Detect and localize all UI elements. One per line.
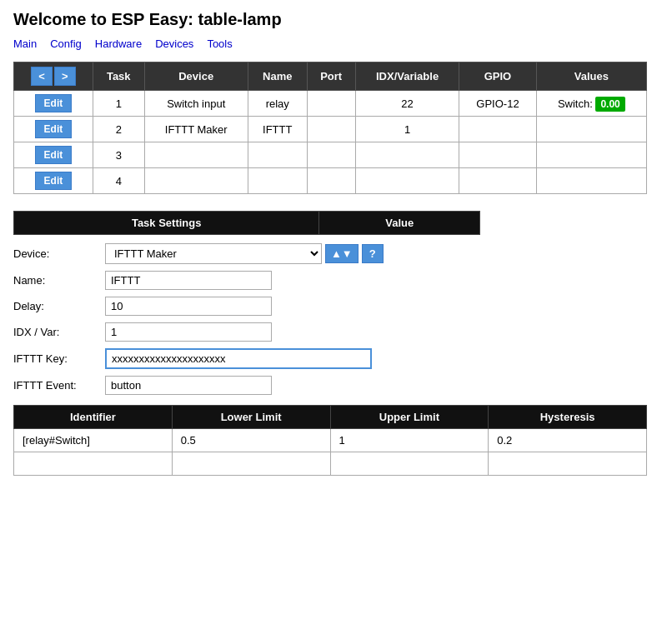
- values-1: Switch: 0.00: [536, 91, 646, 117]
- table-row: Edit 4: [14, 168, 647, 194]
- task-num-3: 3: [93, 142, 144, 168]
- idx-row: IDX / Var:: [13, 322, 480, 342]
- edit-button-2[interactable]: Edit: [35, 120, 73, 138]
- nav-config[interactable]: Config: [50, 37, 82, 50]
- name-row: Name:: [13, 271, 480, 290]
- hysteresis-input-1[interactable]: [494, 432, 641, 448]
- upper-input-1[interactable]: [336, 432, 484, 448]
- device-row: Device: IFTTT Maker Switch input DHT11 D…: [13, 243, 480, 264]
- threshold-row-1: [14, 429, 647, 452]
- prev-page-button[interactable]: <: [31, 67, 53, 86]
- hysteresis-input-2[interactable]: [494, 456, 641, 472]
- gpio-2: [459, 117, 536, 142]
- delay-label: Delay:: [13, 300, 97, 312]
- ifttt-event-label: IFTTT Event:: [13, 379, 97, 392]
- task-nav-header: < >: [14, 62, 93, 91]
- device-select-group: IFTTT Maker Switch input DHT11 DHT22 ▲▼ …: [105, 243, 384, 264]
- ifttt-key-row: IFTTT Key:: [13, 348, 480, 369]
- threshold-row-2: [14, 452, 647, 476]
- task-name-1: relay: [248, 91, 307, 117]
- task-num-1: 1: [93, 91, 144, 117]
- settings-col1-header: Task Settings: [14, 212, 319, 235]
- port-3: [307, 142, 355, 168]
- device-name-2: IFTTT Maker: [144, 117, 248, 142]
- col-task: Task: [93, 62, 144, 91]
- ifttt-key-input[interactable]: [105, 348, 372, 369]
- delay-input[interactable]: [105, 297, 272, 316]
- device-label: Device:: [13, 247, 97, 260]
- settings-header-table: Task Settings Value: [13, 211, 480, 235]
- col-idx: IDX/Variable: [355, 62, 459, 91]
- values-3: [536, 142, 646, 168]
- threshold-col-lower: Lower Limit: [172, 406, 330, 429]
- nav-hardware[interactable]: Hardware: [95, 37, 142, 50]
- nav-main[interactable]: Main: [13, 37, 37, 50]
- threshold-col-upper: Upper Limit: [330, 406, 489, 429]
- port-4: [307, 168, 355, 194]
- port-1: [307, 91, 355, 117]
- device-select[interactable]: IFTTT Maker Switch input DHT11 DHT22: [105, 243, 322, 264]
- table-row: Edit 2 IFTTT Maker IFTTT 1: [14, 117, 647, 142]
- task-settings-section: Task Settings Value Device: IFTTT Maker …: [13, 211, 480, 395]
- delay-row: Delay:: [13, 297, 480, 316]
- threshold-table: Identifier Lower Limit Upper Limit Hyste…: [13, 405, 647, 476]
- idx-3: [355, 142, 459, 168]
- task-num-2: 2: [93, 117, 144, 142]
- table-row: Edit 1 Switch input relay 22 GPIO-12 Swi…: [14, 91, 647, 117]
- page-title: Welcome to ESP Easy: table-lamp: [13, 10, 659, 29]
- ifttt-event-row: IFTTT Event:: [13, 376, 480, 395]
- device-name-1: Switch input: [144, 91, 248, 117]
- port-2: [307, 117, 355, 142]
- task-name-3: [248, 142, 307, 168]
- edit-button-4[interactable]: Edit: [35, 172, 73, 190]
- idx-1: 22: [355, 91, 459, 117]
- device-spinner-button[interactable]: ▲▼: [325, 244, 359, 263]
- nav-tools[interactable]: Tools: [207, 37, 232, 50]
- settings-col2-header: Value: [319, 212, 480, 235]
- name-label: Name:: [13, 274, 97, 287]
- value-badge-1: 0.00: [595, 97, 624, 112]
- gpio-1: GPIO-12: [459, 91, 536, 117]
- device-name-3: [144, 142, 248, 168]
- gpio-3: [459, 142, 536, 168]
- lower-input-1[interactable]: [178, 432, 325, 448]
- threshold-col-identifier: Identifier: [14, 406, 173, 429]
- col-gpio: GPIO: [459, 62, 536, 91]
- values-2: [536, 117, 646, 142]
- lower-input-2[interactable]: [178, 456, 325, 472]
- gpio-4: [459, 168, 536, 194]
- col-values: Values: [536, 62, 646, 91]
- device-help-button[interactable]: ?: [362, 244, 384, 263]
- upper-input-2[interactable]: [336, 456, 484, 472]
- idx-2: 1: [355, 117, 459, 142]
- idx-input[interactable]: [105, 322, 272, 342]
- name-input[interactable]: [105, 271, 272, 290]
- col-port: Port: [307, 62, 355, 91]
- values-4: [536, 168, 646, 194]
- identifier-input-2[interactable]: [19, 456, 167, 472]
- edit-button-1[interactable]: Edit: [35, 94, 73, 112]
- ifttt-event-input[interactable]: [105, 376, 272, 395]
- device-name-4: [144, 168, 248, 194]
- task-name-2: IFTTT: [248, 117, 307, 142]
- threshold-col-hysteresis: Hysteresis: [489, 406, 647, 429]
- col-name: Name: [248, 62, 307, 91]
- nav-devices[interactable]: Devices: [155, 37, 193, 50]
- task-name-4: [248, 168, 307, 194]
- edit-button-3[interactable]: Edit: [35, 146, 73, 164]
- next-page-button[interactable]: >: [54, 67, 76, 86]
- identifier-input-1[interactable]: [19, 432, 167, 448]
- task-num-4: 4: [93, 168, 144, 194]
- main-nav: Main Config Hardware Devices Tools: [13, 37, 659, 50]
- col-device: Device: [144, 62, 248, 91]
- task-table: < > Task Device Name Port IDX/Variable G…: [13, 62, 647, 194]
- ifttt-key-label: IFTTT Key:: [13, 352, 97, 365]
- idx-4: [355, 168, 459, 194]
- idx-label: IDX / Var:: [13, 326, 97, 338]
- table-row: Edit 3: [14, 142, 647, 168]
